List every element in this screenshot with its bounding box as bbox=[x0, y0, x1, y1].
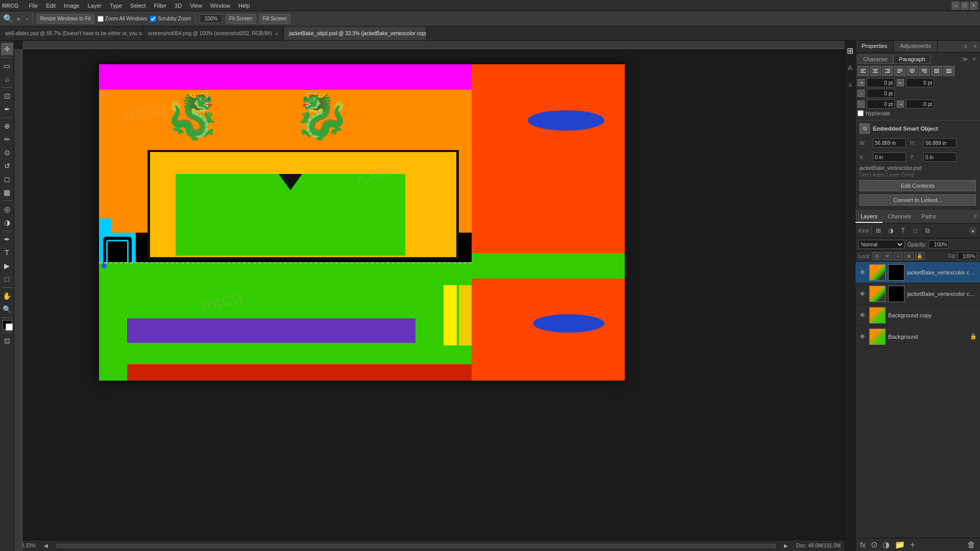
panel-close-icon[interactable]: × bbox=[970, 41, 980, 52]
close-button[interactable]: × bbox=[970, 2, 978, 10]
menu-image[interactable]: Image bbox=[60, 0, 84, 11]
layer-comp-dropdown[interactable]: Don't Apply Layer Comp bbox=[860, 172, 976, 178]
x-input[interactable] bbox=[873, 153, 906, 162]
scroll-bar-area[interactable] bbox=[56, 544, 776, 548]
fill-screen-button[interactable]: Fill Screen bbox=[259, 14, 290, 24]
menu-view[interactable]: View bbox=[186, 0, 206, 11]
resize-windows-button[interactable]: Resize Windows to Fit bbox=[37, 14, 94, 24]
align-right-button[interactable] bbox=[882, 66, 893, 76]
blur-tool[interactable]: ◎ bbox=[1, 203, 13, 215]
channels-tab[interactable]: Channels bbox=[883, 211, 916, 223]
menu-filter[interactable]: Filter bbox=[150, 0, 170, 11]
path-select-tool[interactable]: ▶ bbox=[1, 260, 13, 272]
maximize-button[interactable]: □ bbox=[961, 2, 969, 10]
menu-help[interactable]: Help bbox=[234, 0, 254, 11]
lock-transparent-btn[interactable]: ⊡ bbox=[872, 252, 881, 260]
lock-image-btn[interactable]: ✏ bbox=[883, 252, 892, 260]
properties-toggle-icon[interactable]: ⊞ bbox=[846, 43, 855, 58]
hyphenate-checkbox[interactable] bbox=[857, 110, 864, 116]
layer-item-1[interactable]: 👁 jacketBake_vertexcolor copy bbox=[855, 283, 980, 305]
menu-window[interactable]: Window bbox=[206, 0, 234, 11]
brush-tool[interactable]: ✏ bbox=[1, 133, 13, 145]
left-indent-input[interactable] bbox=[867, 78, 895, 87]
gradient-tool[interactable]: ▦ bbox=[1, 186, 13, 198]
fit-screen-button[interactable]: Fit Screen bbox=[226, 14, 256, 24]
layer-2-visibility[interactable]: 👁 bbox=[859, 311, 867, 319]
lasso-tool[interactable]: ⌕ bbox=[1, 73, 13, 85]
new-group-button[interactable]: 📁 bbox=[893, 540, 906, 549]
layer-item-2[interactable]: 👁 Background copy bbox=[855, 305, 980, 326]
align-left-button[interactable] bbox=[857, 66, 869, 76]
delete-layer-button[interactable]: 🗑 bbox=[966, 540, 977, 549]
paths-tab[interactable]: Paths bbox=[917, 211, 941, 223]
space-before-input[interactable] bbox=[867, 89, 895, 98]
layer-3-visibility[interactable]: 👁 bbox=[859, 333, 867, 341]
layer-item-3[interactable]: 👁 Background 🔒 bbox=[855, 326, 980, 347]
scrubby-zoom-check[interactable] bbox=[150, 16, 156, 22]
zoom-all-checkbox[interactable]: Zoom All Windows bbox=[97, 16, 147, 22]
menu-file[interactable]: File bbox=[24, 0, 42, 11]
layers-toggle-icon[interactable]: ≡ bbox=[846, 78, 855, 93]
paragraph-tab[interactable]: Paragraph bbox=[893, 55, 930, 64]
layer-0-visibility[interactable]: 👁 bbox=[859, 268, 867, 277]
lock-all-btn[interactable]: 🔒 bbox=[915, 252, 924, 260]
move-tool[interactable]: ✛ bbox=[1, 43, 13, 55]
character-tab[interactable]: Character bbox=[857, 55, 893, 64]
justify-right-button[interactable] bbox=[919, 66, 930, 76]
space-after-input[interactable] bbox=[867, 99, 895, 109]
pen-tool[interactable]: ✒ bbox=[1, 233, 13, 245]
layers-panel-menu[interactable]: ≡ bbox=[971, 211, 980, 223]
menu-edit[interactable]: Edit bbox=[42, 0, 60, 11]
tab-1-close[interactable]: × bbox=[275, 31, 278, 37]
filter-type-btn[interactable]: T bbox=[898, 226, 908, 236]
filter-smart-btn[interactable]: ⧉ bbox=[922, 226, 933, 236]
scrubby-zoom-checkbox[interactable]: Scrubby Zoom bbox=[150, 16, 191, 22]
convert-to-linked-button[interactable]: Convert to Linked... bbox=[860, 194, 976, 206]
tab-2[interactable]: jacketBake_objid.psd @ 33.3% (jacketBake… bbox=[284, 27, 427, 40]
dodge-tool[interactable]: ◑ bbox=[1, 216, 13, 229]
filter-adj-btn[interactable]: ◑ bbox=[886, 226, 896, 236]
type-tool[interactable]: T bbox=[1, 246, 13, 259]
canvas-inner[interactable]: 🐉 🐉 bbox=[22, 49, 845, 540]
properties-tab[interactable]: Properties bbox=[855, 41, 894, 52]
scroll-left-icon[interactable]: ◀ bbox=[44, 543, 48, 548]
edit-contents-button[interactable]: Edit Contents bbox=[860, 180, 976, 191]
add-mask-button[interactable]: ⊙ bbox=[869, 540, 879, 549]
clone-tool[interactable]: ⊙ bbox=[1, 146, 13, 159]
canvas-wrapper[interactable]: 🐉 🐉 bbox=[14, 41, 845, 551]
height-input[interactable] bbox=[923, 138, 957, 147]
filter-shape-btn[interactable]: □ bbox=[910, 226, 920, 236]
filter-pixel-btn[interactable]: ⊞ bbox=[873, 226, 884, 236]
align-center-button[interactable] bbox=[870, 66, 881, 76]
right-indent-input[interactable] bbox=[906, 78, 934, 87]
menu-layer[interactable]: Layer bbox=[84, 0, 106, 11]
heal-brush-tool[interactable]: ⊕ bbox=[1, 120, 13, 132]
history-brush-tool[interactable]: ↺ bbox=[1, 160, 13, 172]
eyedropper-tool[interactable]: ✒ bbox=[1, 103, 13, 115]
filter-all-btn[interactable]: ● bbox=[969, 227, 977, 235]
adjustments-tab[interactable]: Adjustments bbox=[894, 41, 938, 52]
y-input[interactable] bbox=[923, 153, 957, 162]
justify-all-button[interactable] bbox=[931, 66, 942, 76]
scroll-right-icon[interactable]: ▶ bbox=[784, 543, 788, 548]
char-panel-expand[interactable]: ≫ bbox=[960, 55, 970, 64]
justify-left-button[interactable] bbox=[894, 66, 905, 76]
minimize-button[interactable]: – bbox=[951, 2, 960, 10]
fill-input[interactable] bbox=[958, 252, 977, 260]
select-rect-tool[interactable]: ▭ bbox=[1, 60, 13, 72]
char-panel-close[interactable]: × bbox=[970, 55, 978, 64]
layers-tab[interactable]: Layers bbox=[855, 211, 883, 223]
quick-mask-tool[interactable]: ⊡ bbox=[1, 335, 13, 347]
add-style-button[interactable]: fx bbox=[859, 541, 867, 549]
justify-force-button[interactable] bbox=[943, 66, 954, 76]
hand-tool[interactable]: ✋ bbox=[1, 290, 13, 302]
new-layer-button[interactable]: + bbox=[909, 540, 916, 549]
first-line-input[interactable] bbox=[906, 99, 934, 109]
character-toggle-icon[interactable]: A bbox=[846, 60, 855, 76]
crop-tool[interactable]: ⊡ bbox=[1, 90, 13, 102]
shape-tool[interactable]: □ bbox=[1, 273, 13, 285]
lock-artboard-btn[interactable]: ⊕ bbox=[904, 252, 914, 260]
foreground-color[interactable] bbox=[2, 320, 12, 330]
panel-expand-icon[interactable]: ≡ bbox=[961, 41, 970, 52]
tab-0[interactable]: wk6-slides.psd @ 66.7% (Doesn't have to … bbox=[0, 27, 143, 40]
